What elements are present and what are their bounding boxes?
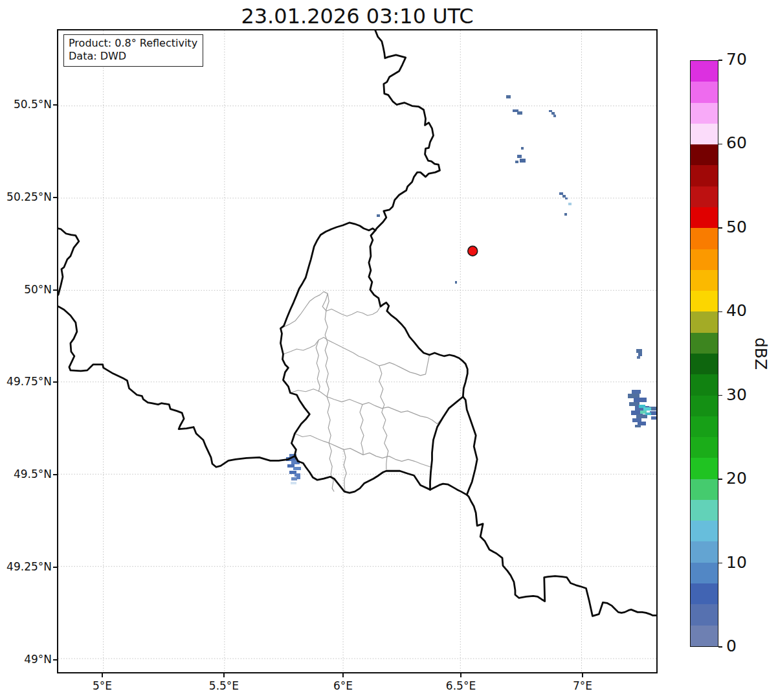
country-border [298, 461, 430, 493]
radar-echo [295, 473, 300, 477]
product-line: Product: 0.8° Reflectivity [69, 37, 197, 50]
x-tickmark [460, 673, 461, 677]
country-border [463, 397, 477, 495]
colorbar-tickmark [718, 479, 722, 479]
colorbar-segment [691, 458, 718, 479]
region-borders [281, 291, 443, 491]
colorbar-segment [691, 396, 718, 416]
colorbar-segment [691, 416, 718, 437]
country-border [369, 231, 467, 397]
colorbar-segment [691, 144, 718, 165]
x-tick-label: 5°E [93, 679, 112, 692]
radar-site-marker [468, 246, 478, 256]
x-tick-label: 5.5°E [209, 679, 239, 692]
colorbar-tick-label: 70 [726, 50, 747, 69]
colorbar-segment [691, 207, 718, 228]
x-tick-label: 6.5°E [446, 679, 476, 692]
colorbar-segment [691, 500, 718, 521]
country-border [430, 397, 463, 490]
canton-border [290, 389, 443, 424]
colorbar-segment [691, 103, 718, 124]
x-tickmark [223, 673, 224, 677]
y-tick-label: 49°N [0, 653, 52, 666]
y-tick-label: 50.5°N [0, 98, 52, 111]
radar-echo [628, 394, 639, 398]
radar-map-figure: 23.01.2026 03:10 UTC Product: 0.8° Refle… [0, 0, 778, 700]
colorbar-segment [691, 228, 718, 249]
y-tick-label: 49.25°N [0, 560, 52, 573]
radar-echo [506, 95, 511, 98]
colorbar-segment [691, 479, 718, 500]
colorbar-segment [691, 583, 718, 604]
colorbar-segment [691, 437, 718, 458]
y-tickmark [53, 104, 57, 105]
colorbar-segment [691, 249, 718, 270]
colorbar [690, 60, 718, 647]
x-tickmark [342, 673, 343, 677]
figure-title: 23.01.2026 03:10 UTC [57, 4, 658, 28]
colorbar-segment [691, 311, 718, 332]
radar-echo [549, 110, 552, 113]
radar-echo [643, 407, 651, 411]
colorbar-segment [691, 626, 718, 646]
canton-border [325, 293, 334, 491]
x-tick-label: 7°E [573, 679, 592, 692]
colorbar-tickmark [718, 311, 722, 312]
colorbar-segment [691, 82, 718, 102]
colorbar-segment [691, 61, 718, 82]
y-tickmark [53, 381, 57, 382]
gridlines [58, 30, 656, 672]
radar-echo [291, 482, 296, 484]
colorbar-tickmark [718, 60, 722, 60]
colorbar-tickmark [718, 646, 722, 647]
colorbar-tick-label: 10 [726, 553, 747, 572]
map-svg [58, 30, 656, 672]
y-tickmark [53, 474, 57, 475]
colorbar-tick-label: 20 [726, 469, 747, 488]
colorbar-tick-label: 50 [726, 218, 747, 236]
radar-echo [565, 198, 568, 199]
radar-echo [564, 213, 567, 216]
radar-echo [517, 155, 522, 158]
colorbar-segment [691, 604, 718, 625]
data-source-line: Data: DWD [69, 50, 197, 63]
country-border [58, 306, 298, 467]
country-border [430, 484, 656, 616]
colorbar-tickmark [718, 227, 722, 228]
radar-echo [636, 349, 642, 353]
radar-echo [551, 112, 555, 115]
radar-echo [635, 425, 641, 427]
colorbar-segment [691, 270, 718, 291]
radar-echo [291, 477, 297, 480]
radar-echo [568, 203, 572, 205]
radar-echo [638, 353, 642, 356]
radar-echo [517, 111, 522, 115]
colorbar-unit-label: dBZ [751, 337, 770, 370]
plot-area: Product: 0.8° Reflectivity Data: DWD [57, 29, 658, 673]
radar-echo [634, 398, 647, 402]
y-tick-label: 49.5°N [0, 468, 52, 480]
colorbar-segment [691, 541, 718, 562]
radar-echo [521, 147, 524, 150]
colorbar-segment [691, 186, 718, 207]
colorbar-segment [691, 333, 718, 354]
y-tickmark [53, 197, 57, 198]
colorbar-segment [691, 354, 718, 374]
colorbar-tickmark [718, 563, 722, 563]
radar-echo [296, 477, 300, 479]
radar-echo [651, 416, 656, 420]
x-tickmark [102, 673, 102, 677]
radar-echoes [286, 95, 656, 485]
product-annotation-box: Product: 0.8° Reflectivity Data: DWD [63, 34, 203, 67]
radar-echo [377, 214, 380, 217]
radar-echo [515, 161, 518, 163]
radar-echo [632, 390, 641, 394]
colorbar-segment [691, 563, 718, 583]
radar-echo [293, 467, 301, 470]
colorbar-tick-label: 30 [726, 385, 747, 404]
canton-border [283, 337, 429, 376]
radar-echo [562, 195, 566, 198]
radar-echo [637, 356, 640, 359]
radar-echo [520, 159, 526, 163]
country-border [375, 30, 440, 231]
